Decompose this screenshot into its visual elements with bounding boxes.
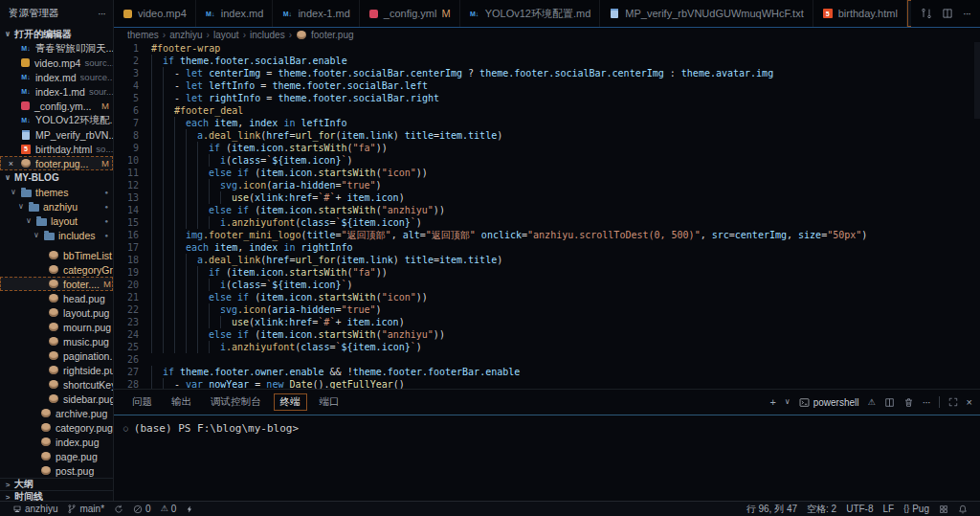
folder-file-icon <box>36 218 47 226</box>
tree-item[interactable]: ∨includes● <box>0 228 113 242</box>
open-editor-label: footer.pug... <box>35 158 88 169</box>
source-control-compare-icon[interactable] <box>921 8 932 19</box>
terminal-dropdown-icon[interactable]: ∨ <box>785 398 791 406</box>
open-editor-item[interactable]: MP_verify_rbVN... <box>0 127 113 142</box>
status-item[interactable] <box>958 505 968 514</box>
tree-item[interactable]: pagination.... <box>0 348 113 363</box>
split-editor-icon[interactable] <box>942 8 953 19</box>
open-editor-item[interactable]: 5birthday.htmlso... <box>0 142 113 156</box>
branch-icon <box>67 504 77 514</box>
code-token: - <box>174 378 186 389</box>
status-item[interactable]: ⚠0 <box>161 504 177 514</box>
tree-item[interactable]: head.pug <box>0 291 113 305</box>
tree-item[interactable]: ∨anzhiyu● <box>0 199 113 213</box>
tree-item[interactable]: bbTimeList... <box>0 248 113 262</box>
indent-guide <box>220 191 232 204</box>
code-editor[interactable]: 1#footer-wrap2if theme.footer.socialBar.… <box>114 42 980 389</box>
tree-item[interactable]: page.pug <box>0 449 113 463</box>
panel-tab[interactable]: 输出 <box>165 393 198 411</box>
kill-terminal-icon[interactable] <box>903 397 914 408</box>
status-item[interactable] <box>186 505 193 514</box>
tree-item[interactable]: layout.pug <box>0 305 113 320</box>
maximize-panel-icon[interactable] <box>948 397 958 407</box>
open-editor-item[interactable]: video.mp4sourc... <box>0 56 113 70</box>
indent-guide <box>151 117 163 129</box>
close-panel-icon[interactable]: × <box>967 397 972 408</box>
tree-item[interactable]: archive.pug <box>0 406 113 420</box>
code-line: 10i(class=`${item.icon}`) <box>114 154 980 167</box>
txt-file-icon <box>611 9 618 18</box>
more-actions-icon[interactable]: ··· <box>963 9 970 19</box>
tree-item[interactable]: mourn.pug <box>0 320 113 334</box>
terminal-warning-icon[interactable]: ⚠ <box>867 398 875 407</box>
status-item[interactable]: main* <box>67 504 104 514</box>
close-editor-icon[interactable]: × <box>6 159 16 168</box>
open-editor-item[interactable]: M↓index-1.mdsour... <box>0 84 113 99</box>
tree-item[interactable]: sidebar.pug <box>0 392 113 406</box>
tree-item[interactable]: rightside.pug <box>0 363 113 377</box>
terminal-instance[interactable]: powershell <box>799 397 859 408</box>
split-terminal-icon[interactable] <box>884 397 895 408</box>
tree-item[interactable]: category.pug <box>0 420 113 435</box>
editor-tab[interactable]: 5birthday.html <box>813 0 907 27</box>
panel-tab[interactable]: 终端 <box>274 393 307 411</box>
new-terminal-icon[interactable]: + <box>769 397 775 408</box>
indent-guide <box>209 179 220 191</box>
workspace-root[interactable]: ∨ MY-BLOG <box>0 170 113 185</box>
code-token: .icon <box>237 303 266 316</box>
indent-guide <box>151 55 163 67</box>
open-editor-item[interactable]: M↓YOLOv12环境配... <box>0 113 113 127</box>
breadcrumb-item[interactable]: anzhiyu <box>169 30 202 40</box>
editor-tab[interactable]: MP_verify_rbVNUdGUWmuqWHcF.txt <box>600 0 813 27</box>
status-item[interactable]: 0 <box>133 504 151 514</box>
breadcrumb-item[interactable]: includes <box>250 30 285 40</box>
panel-tab[interactable]: 端口 <box>313 393 346 411</box>
tree-item[interactable]: shortcutKey.... <box>0 377 113 392</box>
breadcrumb-item[interactable]: layout <box>213 30 239 40</box>
outline-section[interactable]: > 大纲 <box>0 478 113 490</box>
indent-guide <box>163 241 174 254</box>
breadcrumb-item[interactable]: themes <box>127 30 159 40</box>
pug-file-icon <box>49 380 58 389</box>
more-actions-icon[interactable]: ··· <box>98 8 105 19</box>
status-item[interactable] <box>114 505 123 514</box>
status-item[interactable]: anzhiyu <box>12 504 57 514</box>
tree-item[interactable]: footer....M <box>0 277 113 291</box>
md-file-icon: M↓ <box>20 43 32 55</box>
tree-item[interactable]: ∨themes● <box>0 185 113 199</box>
status-item[interactable]: 空格: 2 <box>807 503 836 516</box>
open-editor-item[interactable]: M↓index.mdsource... <box>0 70 113 84</box>
panel-tab[interactable]: 问题 <box>125 393 159 411</box>
open-editor-item[interactable]: M↓青春智旅叩洞天... <box>0 41 113 56</box>
code-token: startsWith <box>289 266 346 279</box>
status-item[interactable]: 行 96, 列 47 <box>746 503 797 516</box>
editor-tabs: video.mp4M↓index.mdM↓index-1.md_config.y… <box>114 0 911 27</box>
tree-item[interactable]: categoryGro... <box>0 262 113 277</box>
editor-tab[interactable]: M↓YOLOv12环境配置.md <box>460 0 601 27</box>
more-actions-icon[interactable]: ··· <box>923 397 930 408</box>
open-editor-item[interactable]: ×footer.pug...M <box>0 156 113 170</box>
code-token: = <box>260 92 278 104</box>
panel-tab[interactable]: 调试控制台 <box>204 393 268 411</box>
open-editors-header[interactable]: ∨ 打开的编辑器 <box>0 27 113 41</box>
tree-item[interactable]: post.pug <box>0 463 113 478</box>
tree-item[interactable]: ∨layout● <box>0 213 113 228</box>
status-item[interactable] <box>939 505 948 514</box>
breadcrumb-file[interactable]: footer.pug <box>311 30 353 40</box>
editor-tab[interactable]: video.mp4 <box>114 0 196 27</box>
timeline-section[interactable]: > 时间线 <box>0 490 113 501</box>
code-token: .anzhiyufont <box>226 216 295 229</box>
terminal-output[interactable]: ○(base) PS F:\blog\my-blog> <box>114 415 980 501</box>
status-item[interactable]: {}Pug <box>903 504 929 514</box>
status-item[interactable]: LF <box>883 504 895 514</box>
tree-item[interactable]: index.pug <box>0 435 113 449</box>
editor-scrollbar[interactable] <box>974 42 980 119</box>
open-editor-item[interactable]: _config.ym...M <box>0 99 113 113</box>
chevron-down-icon: ∨ <box>17 202 25 211</box>
tree-item[interactable]: music.pug <box>0 334 113 348</box>
editor-tab[interactable]: M↓index.md <box>196 0 274 27</box>
status-item[interactable]: UTF-8 <box>846 504 873 514</box>
editor-tab[interactable]: M↓index-1.md <box>273 0 359 27</box>
code-token: item <box>214 117 237 129</box>
editor-tab[interactable]: _config.ymlM <box>360 0 460 27</box>
